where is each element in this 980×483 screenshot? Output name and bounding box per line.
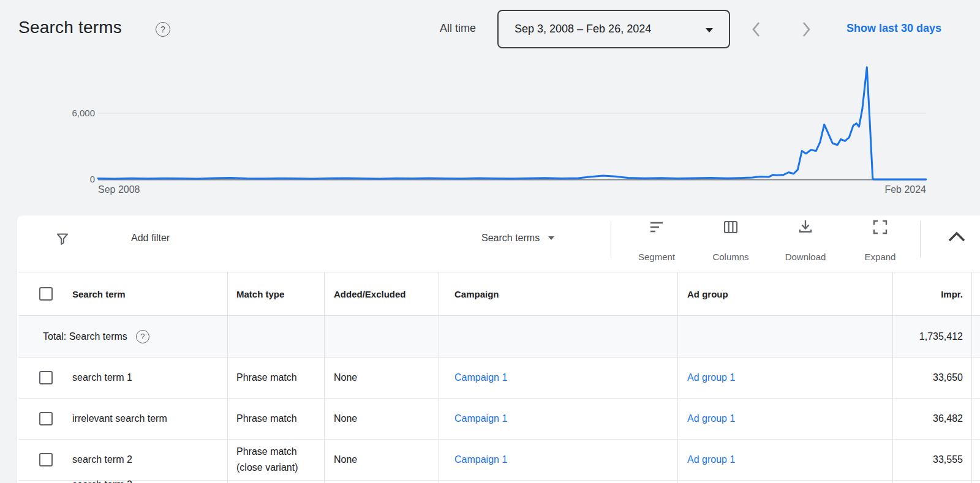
match-type-text: Phrase match xyxy=(228,358,325,398)
expand-icon xyxy=(872,219,888,235)
impressions-value: 33,555 xyxy=(893,440,972,480)
help-icon[interactable]: ? xyxy=(136,330,149,343)
search-term-text: search term 3 xyxy=(72,481,132,483)
select-all-checkbox[interactable] xyxy=(39,287,53,301)
segment-label: Segment xyxy=(638,252,675,262)
columns-icon xyxy=(723,219,739,235)
filter-funnel-icon xyxy=(55,231,70,246)
collapse-table-button[interactable] xyxy=(946,228,968,246)
search-term-text: irrelevant search term xyxy=(72,413,167,424)
expand-button[interactable]: Expand xyxy=(848,219,912,262)
table-row: search term 1 Phrase match None Campaign… xyxy=(18,358,980,399)
search-term-text: search term 2 xyxy=(72,454,132,465)
impressions-line-chart xyxy=(0,0,980,211)
search-terms-report: 6,000 0 Sep 2008 Feb 2024 Search terms ?… xyxy=(0,0,980,483)
added-excluded-text xyxy=(325,481,439,483)
match-type-text xyxy=(228,481,325,483)
view-selector-dropdown[interactable]: Search terms xyxy=(481,233,554,244)
date-range-selector[interactable]: Sep 3, 2008 – Feb 26, 2024 xyxy=(497,10,730,48)
time-scope-label: All time xyxy=(440,22,476,35)
columns-button[interactable]: Columns xyxy=(699,219,763,262)
next-period-button[interactable] xyxy=(796,20,815,39)
column-header-match-type: Match type xyxy=(228,272,325,315)
chevron-up-icon xyxy=(948,231,966,242)
previous-period-button[interactable] xyxy=(748,20,766,39)
segment-icon xyxy=(649,219,665,235)
added-excluded-text: None xyxy=(325,399,439,439)
filter-button[interactable] xyxy=(53,229,72,249)
column-header-impressions: Impr. xyxy=(893,272,972,315)
total-row: Total: Search terms ? 1,735,412 xyxy=(18,316,980,358)
toolbar-divider xyxy=(611,221,611,258)
table-header-row: Search term Match type Added/Excluded Ca… xyxy=(18,272,980,316)
row-checkbox[interactable] xyxy=(39,453,53,466)
expand-label: Expand xyxy=(865,252,896,262)
download-label: Download xyxy=(785,252,826,262)
toolbar-divider xyxy=(920,221,921,258)
search-terms-table: Search term Match type Added/Excluded Ca… xyxy=(18,272,980,483)
segment-button[interactable]: Segment xyxy=(625,219,688,262)
impressions-value: 36,482 xyxy=(893,399,972,439)
table-row: search term 3 xyxy=(18,481,980,483)
campaign-link[interactable]: Campaign 1 xyxy=(454,372,507,383)
add-filter-button[interactable]: Add filter xyxy=(131,233,170,244)
ad-group-link[interactable]: Ad group 1 xyxy=(687,372,735,383)
chevron-down-icon xyxy=(706,28,713,32)
y-axis-tick-0: 0 xyxy=(52,174,95,184)
show-last-30-days-link[interactable]: Show last 30 days xyxy=(846,22,941,35)
campaign-link[interactable]: Campaign 1 xyxy=(454,413,507,424)
download-button[interactable]: Download xyxy=(774,219,837,262)
x-axis-label-start: Sep 2008 xyxy=(98,184,140,195)
ad-group-link[interactable]: Ad group 1 xyxy=(687,454,735,465)
chevron-right-icon xyxy=(796,20,815,39)
total-row-label: Total: Search terms xyxy=(43,331,127,342)
table-row: search term 2 Phrase match (close varian… xyxy=(18,440,980,481)
page-title: Search terms xyxy=(18,18,122,37)
x-axis-label-end: Feb 2024 xyxy=(853,184,926,195)
date-range-value: Sep 3, 2008 – Feb 26, 2024 xyxy=(514,23,651,36)
match-type-text: Phrase match xyxy=(228,399,325,439)
column-header-added-excluded: Added/Excluded xyxy=(325,272,439,315)
chevron-left-icon xyxy=(748,20,766,39)
help-icon[interactable]: ? xyxy=(156,22,170,37)
impressions-value xyxy=(893,481,972,483)
total-impressions: 1,735,412 xyxy=(893,316,972,357)
added-excluded-text: None xyxy=(325,440,439,480)
table-body: search term 1 Phrase match None Campaign… xyxy=(18,358,980,483)
view-selector-label: Search terms xyxy=(481,233,540,244)
row-checkbox[interactable] xyxy=(39,371,53,384)
row-checkbox[interactable] xyxy=(39,412,53,425)
match-type-text: Phrase match (close variant) xyxy=(228,440,325,480)
ad-group-link[interactable]: Ad group 1 xyxy=(687,413,735,424)
impressions-value: 33,650 xyxy=(893,358,972,398)
added-excluded-text: None xyxy=(325,358,439,398)
column-header-ad-group: Ad group xyxy=(678,272,893,315)
y-axis-tick-6000: 6,000 xyxy=(52,108,95,118)
columns-label: Columns xyxy=(712,252,748,262)
campaign-link[interactable]: Campaign 1 xyxy=(454,454,507,465)
column-header-search-term: Search term xyxy=(72,289,126,299)
column-header-campaign: Campaign xyxy=(439,272,678,315)
table-row: irrelevant search term Phrase match None… xyxy=(18,399,980,440)
chevron-down-icon xyxy=(548,236,554,240)
download-icon xyxy=(797,219,813,235)
search-term-text: search term 1 xyxy=(72,372,132,383)
